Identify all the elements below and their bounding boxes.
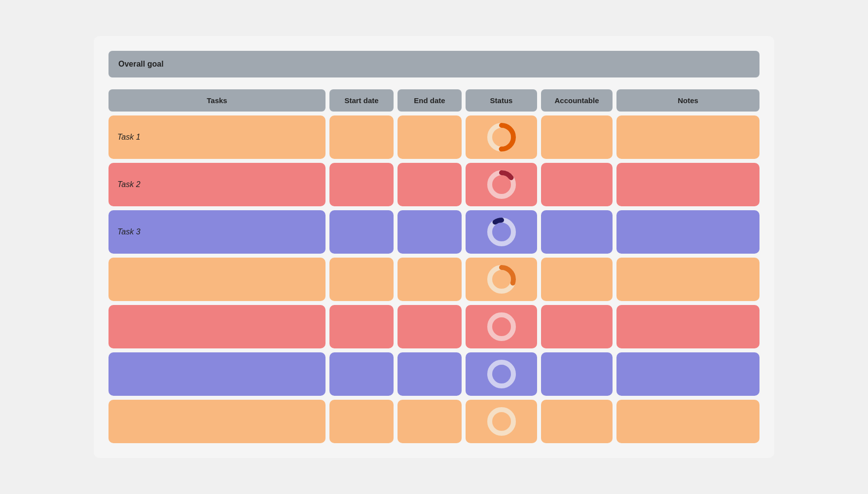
task-3-status: [466, 210, 537, 254]
task-5-notes: [616, 305, 760, 348]
task-7-status: [466, 400, 537, 443]
task-4-label-cell: [108, 258, 326, 301]
task-3-notes: [616, 210, 760, 254]
task-7-accountable: [541, 400, 613, 443]
header-end-date: End date: [398, 89, 462, 112]
header-tasks: Tasks: [108, 89, 326, 112]
task-1-status: [466, 115, 537, 159]
task-5-donut: [486, 311, 517, 342]
task-grid: Tasks Start date End date Status Account…: [108, 89, 760, 443]
task-4-start: [329, 258, 394, 301]
task-4-status: [466, 258, 537, 301]
task-5-accountable: [541, 305, 613, 348]
task-1-notes: [616, 115, 760, 159]
svg-point-10: [490, 410, 513, 433]
task-2-label-cell: Task 2: [108, 163, 326, 206]
task-5-start: [329, 305, 394, 348]
task-2-label: Task 2: [117, 180, 141, 189]
task-2-donut: [486, 169, 517, 200]
task-6-accountable: [541, 352, 613, 396]
task-3-end: [398, 210, 462, 254]
task-1-label-cell: Task 1: [108, 115, 326, 159]
task-5-label-cell: [108, 305, 326, 348]
task-7-label-cell: [108, 400, 326, 443]
task-3-start: [329, 210, 394, 254]
header-status: Status: [466, 89, 537, 112]
task-2-end: [398, 163, 462, 206]
task-4-end: [398, 258, 462, 301]
task-1-accountable: [541, 115, 613, 159]
task-7-start: [329, 400, 394, 443]
task-3-label-cell: Task 3: [108, 210, 326, 254]
task-6-label-cell: [108, 352, 326, 396]
task-3-accountable: [541, 210, 613, 254]
task-1-label: Task 1: [117, 133, 141, 142]
task-6-status: [466, 352, 537, 396]
task-6-end: [398, 352, 462, 396]
main-container: Overall goal Tasks Start date End date S…: [94, 36, 774, 458]
task-2-notes: [616, 163, 760, 206]
task-5-end: [398, 305, 462, 348]
task-5-status: [466, 305, 537, 348]
overall-goal-bar: Overall goal: [108, 51, 760, 77]
svg-point-8: [490, 315, 513, 339]
task-2-start: [329, 163, 394, 206]
task-4-notes: [616, 258, 760, 301]
task-6-notes: [616, 352, 760, 396]
task-3-donut: [486, 216, 517, 248]
svg-point-9: [490, 362, 513, 386]
header-notes: Notes: [616, 89, 760, 112]
task-2-accountable: [541, 163, 613, 206]
task-4-accountable: [541, 258, 613, 301]
task-1-donut: [486, 121, 517, 153]
task-1-end: [398, 115, 462, 159]
task-4-donut: [486, 264, 517, 295]
task-7-end: [398, 400, 462, 443]
task-3-label: Task 3: [117, 228, 141, 236]
overall-goal-label: Overall goal: [118, 60, 164, 68]
task-1-start: [329, 115, 394, 159]
header-accountable: Accountable: [541, 89, 613, 112]
task-6-donut: [486, 358, 517, 390]
task-7-notes: [616, 400, 760, 443]
task-2-status: [466, 163, 537, 206]
header-start-date: Start date: [329, 89, 394, 112]
task-6-start: [329, 352, 394, 396]
task-7-donut: [486, 406, 517, 437]
